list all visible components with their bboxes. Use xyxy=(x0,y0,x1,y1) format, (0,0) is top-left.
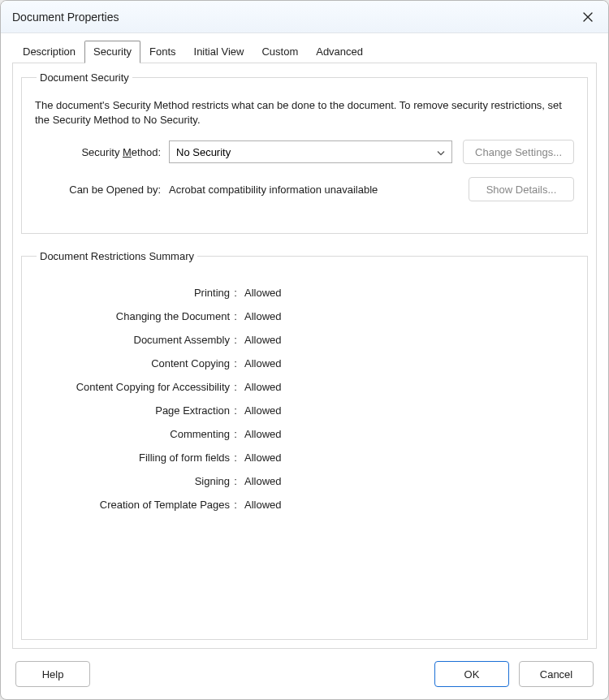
restriction-label: Printing xyxy=(35,287,230,299)
document-security-group: Document Security The document's Securit… xyxy=(21,71,588,234)
restriction-label: Signing xyxy=(35,475,230,487)
document-properties-dialog: Document Properties DescriptionSecurityF… xyxy=(0,0,609,700)
tabstrip: DescriptionSecurityFontsInitial ViewCust… xyxy=(14,40,597,63)
tab-initial-view[interactable]: Initial View xyxy=(185,41,253,63)
restriction-label: Commenting xyxy=(35,428,230,440)
restriction-label: Creation of Template Pages xyxy=(35,499,230,511)
restriction-value: Allowed xyxy=(244,334,574,346)
help-button[interactable]: Help xyxy=(15,661,90,687)
dialog-footer: Help OK Cancel xyxy=(1,649,608,699)
show-details-button[interactable]: Show Details... xyxy=(469,177,574,201)
tab-advanced[interactable]: Advanced xyxy=(307,41,372,63)
close-icon xyxy=(583,12,593,22)
restrictions-legend: Document Restrictions Summary xyxy=(37,250,197,262)
restriction-value: Allowed xyxy=(244,428,574,440)
restriction-label: Page Extraction xyxy=(35,404,230,417)
change-settings-button[interactable]: Change Settings... xyxy=(463,140,574,164)
opened-by-label: Can be Opened by: xyxy=(35,184,161,196)
titlebar: Document Properties xyxy=(1,1,608,33)
opened-by-row: Can be Opened by: Acrobat compatibility … xyxy=(35,177,574,201)
dialog-content: DescriptionSecurityFontsInitial ViewCust… xyxy=(1,33,608,649)
restriction-value: Allowed xyxy=(244,475,574,487)
restriction-label: Document Assembly xyxy=(35,334,230,346)
security-method-label: Security Method: xyxy=(35,146,161,158)
tab-custom[interactable]: Custom xyxy=(253,41,307,63)
restriction-label: Content Copying for Accessibility xyxy=(35,381,230,393)
document-security-legend: Document Security xyxy=(37,71,132,84)
security-intro-text: The document's Security Method restricts… xyxy=(35,98,574,127)
restriction-value: Allowed xyxy=(244,404,574,417)
security-method-row: Security Method: No Security Change Sett… xyxy=(35,140,574,164)
restriction-value: Allowed xyxy=(244,287,574,299)
tab-description[interactable]: Description xyxy=(14,41,84,63)
restriction-label: Filling of form fields xyxy=(35,452,230,464)
tab-security[interactable]: Security xyxy=(84,41,140,63)
restriction-value: Allowed xyxy=(244,381,574,393)
restriction-label: Content Copying xyxy=(35,357,230,369)
security-method-value: No Security xyxy=(176,146,231,158)
tabpanel-security: Document Security The document's Securit… xyxy=(12,63,597,649)
restriction-value: Allowed xyxy=(244,357,574,369)
restrictions-grid: Printing:AllowedChanging the Document:Al… xyxy=(35,287,574,511)
restriction-value: Allowed xyxy=(244,499,574,511)
cancel-button[interactable]: Cancel xyxy=(519,661,594,687)
restrictions-group: Document Restrictions Summary Printing:A… xyxy=(21,250,588,640)
restriction-value: Allowed xyxy=(244,310,574,322)
close-button[interactable] xyxy=(574,5,602,29)
ok-button[interactable]: OK xyxy=(434,661,509,687)
tab-fonts[interactable]: Fonts xyxy=(140,41,185,63)
restriction-value: Allowed xyxy=(244,452,574,464)
opened-by-value: Acrobat compatibility information unavai… xyxy=(169,184,452,196)
window-title: Document Properties xyxy=(12,11,574,24)
security-method-select[interactable]: No Security xyxy=(169,140,452,163)
restriction-label: Changing the Document xyxy=(35,310,230,322)
chevron-down-icon xyxy=(437,146,445,158)
